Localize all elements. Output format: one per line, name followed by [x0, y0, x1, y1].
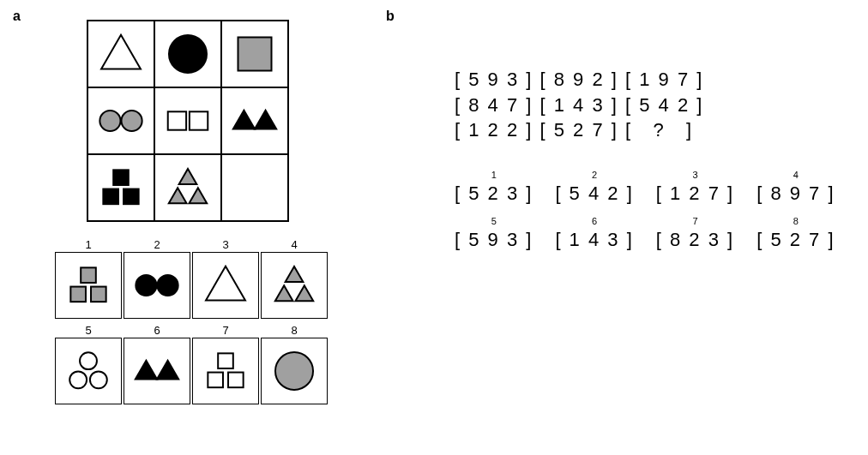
svg-rect-6 — [190, 111, 208, 129]
option-b-label: 6 — [555, 216, 633, 226]
svg-marker-0 — [101, 35, 141, 69]
svg-marker-12 — [179, 169, 197, 184]
option-b-label: 3 — [656, 170, 734, 180]
panel-a-matrix — [87, 21, 288, 221]
svg-rect-17 — [91, 287, 106, 302]
svg-marker-27 — [136, 361, 157, 380]
option-b-text: [ 1 4 3 ] — [555, 229, 633, 250]
svg-marker-13 — [169, 188, 187, 203]
svg-point-4 — [122, 111, 142, 131]
svg-rect-2 — [238, 38, 272, 71]
option-b-text: [ 5 2 3 ] — [455, 183, 533, 204]
option-b-text: [ 5 2 7 ] — [756, 229, 835, 250]
option-b-label: 4 — [756, 170, 835, 180]
option-b-text: [ 5 9 3 ] — [455, 229, 533, 250]
option-a-label: 3 — [193, 238, 258, 251]
svg-rect-16 — [70, 287, 86, 302]
option-b-2[interactable]: 2[ 5 4 2 ] — [555, 183, 633, 205]
svg-rect-15 — [81, 267, 96, 283]
svg-point-1 — [169, 35, 207, 73]
option-a-7[interactable]: 7 — [192, 338, 259, 404]
option-a-5[interactable]: 5 — [55, 338, 122, 404]
matrix-b-row-1: [ 8 4 7 ] [ 1 4 3 ] [ 5 4 2 ] — [455, 93, 835, 118]
matrix-cell-2-2 — [220, 153, 289, 222]
option-b-1[interactable]: 1[ 5 2 3 ] — [455, 183, 533, 205]
svg-marker-22 — [275, 285, 293, 301]
option-a-label: 1 — [56, 238, 121, 251]
svg-marker-21 — [286, 266, 304, 282]
svg-point-24 — [80, 352, 97, 369]
option-b-7[interactable]: 7[ 8 2 3 ] — [656, 229, 734, 251]
svg-point-25 — [69, 371, 87, 388]
svg-point-19 — [158, 275, 178, 296]
svg-rect-11 — [124, 189, 139, 205]
option-a-3[interactable]: 3 — [192, 252, 259, 319]
option-b-label: 5 — [455, 216, 533, 226]
option-b-text: [ 8 2 3 ] — [656, 229, 734, 250]
matrix-b-row-2: [ 1 2 2 ] [ 5 2 7 ] [ ? ] — [455, 117, 835, 143]
option-b-3[interactable]: 3[ 1 2 7 ] — [656, 183, 734, 205]
matrix-cell-0-2 — [220, 20, 289, 88]
option-b-6[interactable]: 6[ 1 4 3 ] — [555, 229, 633, 251]
option-a-4[interactable]: 4 — [261, 252, 328, 319]
option-b-label: 7 — [656, 216, 734, 226]
panel-b-label: b — [386, 9, 395, 24]
option-a-label: 2 — [124, 238, 190, 251]
svg-point-3 — [99, 111, 120, 131]
svg-point-26 — [90, 371, 107, 388]
svg-marker-7 — [233, 111, 255, 129]
matrix-cell-1-0 — [87, 87, 155, 155]
svg-marker-28 — [157, 361, 178, 380]
option-b-label: 8 — [756, 216, 835, 226]
option-b-5[interactable]: 5[ 5 9 3 ] — [455, 229, 533, 251]
svg-point-18 — [136, 275, 156, 296]
panel-a-label: a — [13, 9, 21, 24]
svg-rect-31 — [228, 373, 244, 388]
option-b-4[interactable]: 4[ 8 9 7 ] — [756, 183, 835, 205]
option-b-label: 2 — [555, 170, 633, 180]
svg-rect-30 — [208, 373, 223, 388]
svg-rect-5 — [168, 111, 186, 129]
option-a-2[interactable]: 2 — [124, 252, 190, 319]
option-b-label: 1 — [455, 170, 533, 180]
panel-a-options: 12345678 — [55, 252, 328, 404]
matrix-cell-1-2 — [220, 87, 289, 155]
option-a-label: 8 — [262, 324, 327, 337]
option-a-8[interactable]: 8 — [261, 338, 328, 404]
matrix-cell-1-1 — [154, 87, 222, 155]
option-b-text: [ 8 9 7 ] — [756, 183, 835, 204]
option-b-text: [ 5 4 2 ] — [555, 183, 633, 204]
option-a-1[interactable]: 1 — [55, 252, 122, 319]
option-a-label: 4 — [262, 238, 327, 251]
svg-rect-29 — [218, 353, 233, 368]
option-a-6[interactable]: 6 — [124, 338, 190, 404]
option-a-label: 7 — [193, 324, 258, 337]
option-b-text: [ 1 2 7 ] — [656, 183, 734, 204]
matrix-b-row-0: [ 5 9 3 ] [ 8 9 2 ] [ 1 9 7 ] — [455, 67, 835, 93]
matrix-cell-2-0 — [87, 153, 155, 222]
svg-point-32 — [275, 352, 313, 390]
svg-marker-8 — [255, 111, 276, 129]
option-a-label: 6 — [124, 324, 190, 337]
panel-b-options: 1[ 5 2 3 ]2[ 5 4 2 ]3[ 1 2 7 ]4[ 8 9 7 ]… — [455, 183, 835, 251]
svg-marker-20 — [206, 266, 245, 301]
option-a-label: 5 — [56, 324, 121, 337]
option-b-8[interactable]: 8[ 5 2 7 ] — [756, 229, 835, 251]
panel-b-matrix: [ 5 9 3 ] [ 8 9 2 ] [ 1 9 7 ][ 8 4 7 ] [… — [455, 67, 835, 143]
matrix-cell-0-1 — [154, 20, 222, 88]
matrix-cell-2-1 — [154, 153, 222, 222]
panel-b-area: [ 5 9 3 ] [ 8 9 2 ] [ 1 9 7 ][ 8 4 7 ] [… — [455, 67, 835, 275]
svg-rect-10 — [103, 189, 118, 205]
svg-marker-23 — [295, 285, 313, 301]
svg-marker-14 — [189, 188, 207, 203]
svg-rect-9 — [113, 170, 129, 185]
matrix-cell-0-0 — [87, 20, 155, 88]
